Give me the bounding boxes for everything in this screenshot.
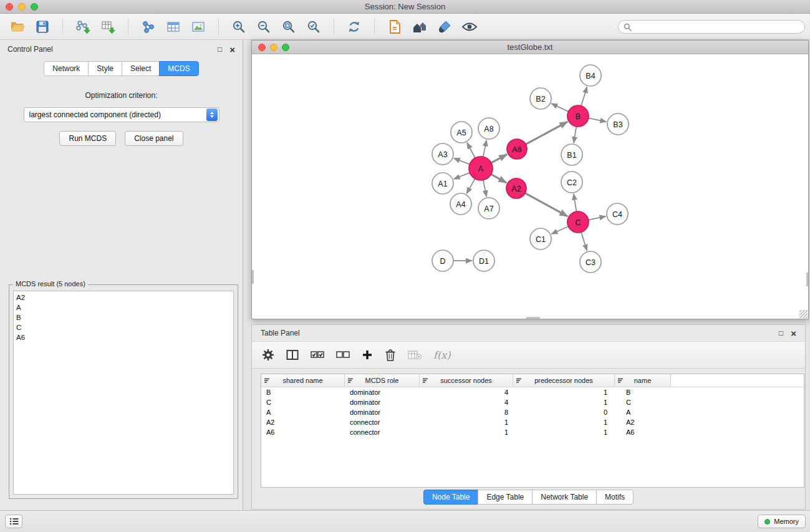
- show-columns-button[interactable]: [286, 346, 299, 364]
- table-row[interactable]: Cdominator41C: [261, 397, 804, 407]
- graph-node-A5[interactable]: [451, 122, 472, 143]
- graph-node-B[interactable]: [567, 105, 589, 127]
- table-cell[interactable]: A6: [261, 428, 345, 436]
- add-column-button[interactable]: [362, 346, 373, 364]
- column-header-successor-nodes[interactable]: successor nodes: [420, 374, 513, 387]
- new-network-button[interactable]: [138, 17, 158, 37]
- refresh-layout-button[interactable]: [344, 17, 364, 37]
- table-cell[interactable]: B: [615, 389, 671, 396]
- graph-node-C1[interactable]: [530, 228, 551, 249]
- zoom-selected-button[interactable]: [304, 17, 324, 37]
- graph-edge-A-A1[interactable]: [454, 173, 470, 179]
- table-cell[interactable]: connector: [345, 418, 420, 426]
- table-cell[interactable]: 1: [420, 418, 513, 426]
- table-cell[interactable]: dominator: [345, 389, 420, 396]
- graph-edge-B-B2[interactable]: [551, 104, 568, 112]
- graph-edge-A-A6[interactable]: [491, 154, 507, 163]
- delete-column-button[interactable]: [385, 346, 396, 364]
- minimize-network-button[interactable]: [270, 44, 277, 51]
- graph-node-C[interactable]: [567, 211, 589, 233]
- tab-network[interactable]: Network: [44, 61, 89, 76]
- graph-edge-C-C2[interactable]: [574, 194, 576, 211]
- select-all-button[interactable]: [311, 346, 324, 364]
- zoom-window-button[interactable]: [31, 3, 38, 11]
- graph-edge-A-A7[interactable]: [483, 180, 486, 197]
- run-mcds-button[interactable]: Run MCDS: [59, 131, 116, 146]
- graph-edge-B-B1[interactable]: [574, 127, 576, 143]
- minimize-window-button[interactable]: [18, 3, 26, 11]
- graph-node-B2[interactable]: [530, 88, 551, 109]
- import-table-button[interactable]: [98, 17, 118, 37]
- mcds-result-list[interactable]: A2ABCA6: [13, 291, 234, 495]
- table-cell[interactable]: C: [615, 399, 671, 406]
- table-row[interactable]: A6connector11A6: [261, 427, 804, 437]
- network-window-titlebar[interactable]: testGlobe.txt: [252, 41, 808, 54]
- new-table-button[interactable]: [163, 17, 183, 37]
- table-cell[interactable]: A6: [615, 428, 671, 436]
- resize-grip[interactable]: [799, 310, 808, 318]
- column-header-predecessor-nodes[interactable]: predecessor nodes: [513, 374, 615, 387]
- column-header-mcds-role[interactable]: MCDS role: [345, 374, 420, 387]
- table-cell[interactable]: 4: [420, 389, 513, 396]
- table-cell[interactable]: 4: [420, 399, 513, 406]
- criterion-dropdown[interactable]: largest connected component (directed): [24, 107, 219, 122]
- graph-node-B3[interactable]: [607, 114, 629, 135]
- column-header-name[interactable]: name: [615, 374, 671, 387]
- graph-edge-B-B3[interactable]: [589, 118, 607, 122]
- graph-edge-A2-C[interactable]: [525, 193, 567, 216]
- deselect-all-button[interactable]: [336, 346, 350, 364]
- window-titlebar[interactable]: Session: New Session: [0, 0, 810, 14]
- graph-node-D1[interactable]: [473, 250, 494, 271]
- report-button[interactable]: [385, 17, 405, 37]
- table-cell[interactable]: 1: [513, 418, 615, 426]
- table-cell[interactable]: A2: [261, 418, 345, 426]
- style-brush-button[interactable]: [435, 17, 455, 37]
- close-panel-button[interactable]: Close panel: [125, 131, 183, 146]
- result-item[interactable]: A: [16, 302, 231, 312]
- table-cell[interactable]: 8: [420, 409, 513, 416]
- memory-button[interactable]: Memory: [758, 515, 806, 528]
- table-cell[interactable]: B: [261, 389, 345, 396]
- import-network-button[interactable]: [73, 17, 93, 37]
- tab-style[interactable]: Style: [88, 61, 122, 76]
- graph-node-C2[interactable]: [561, 172, 582, 193]
- export-image-button[interactable]: [188, 17, 208, 37]
- graph-edge-A-A5[interactable]: [467, 143, 475, 158]
- table-tab-motifs[interactable]: Motifs: [596, 490, 634, 505]
- zoom-out-button[interactable]: [254, 17, 274, 37]
- table-tab-edge-table[interactable]: Edge Table: [478, 490, 533, 505]
- graph-node-D[interactable]: [432, 250, 453, 271]
- graph-node-A2[interactable]: [506, 178, 526, 198]
- tab-mcds[interactable]: MCDS: [159, 61, 198, 76]
- graph-edge-A-A8[interactable]: [483, 140, 486, 157]
- graph-edge-C-C1[interactable]: [551, 226, 568, 234]
- table-row[interactable]: A2connector11A2: [261, 417, 804, 427]
- zoom-in-button[interactable]: [229, 17, 249, 37]
- close-window-button[interactable]: [6, 3, 13, 11]
- graph-node-A3[interactable]: [432, 143, 453, 165]
- table-cell[interactable]: A: [261, 409, 345, 416]
- table-cell[interactable]: 0: [513, 409, 615, 416]
- column-header-shared-name[interactable]: shared name: [261, 374, 345, 387]
- zoom-network-button[interactable]: [282, 44, 289, 51]
- graph-node-B1[interactable]: [561, 144, 582, 165]
- graph-edge-C-C3[interactable]: [581, 232, 587, 251]
- table-cell[interactable]: A2: [615, 418, 671, 426]
- graph-edge-A-A3[interactable]: [454, 158, 470, 165]
- table-row[interactable]: Bdominator41B: [261, 387, 804, 397]
- graph-edge-A6-B[interactable]: [526, 122, 567, 144]
- search-box[interactable]: [618, 20, 805, 34]
- open-session-button[interactable]: [7, 17, 27, 37]
- tab-select[interactable]: Select: [122, 61, 160, 76]
- graph-node-A6[interactable]: [507, 139, 527, 159]
- result-item[interactable]: A6: [16, 332, 231, 342]
- graph-edge-A-A2[interactable]: [491, 174, 507, 183]
- graph-node-C3[interactable]: [580, 251, 601, 273]
- result-item[interactable]: C: [16, 322, 231, 332]
- network-canvas[interactable]: B4B2BB3A5A8A6A3B1AC2A1A2A4A7C4CC1C3DD1: [252, 54, 808, 319]
- table-cell[interactable]: 1: [513, 428, 615, 436]
- bottom-scroll-thumb[interactable]: [526, 317, 540, 319]
- graph-edge-A-A4[interactable]: [466, 179, 475, 194]
- graph-edge-C-C4[interactable]: [589, 216, 606, 220]
- show-hide-button[interactable]: [460, 17, 480, 37]
